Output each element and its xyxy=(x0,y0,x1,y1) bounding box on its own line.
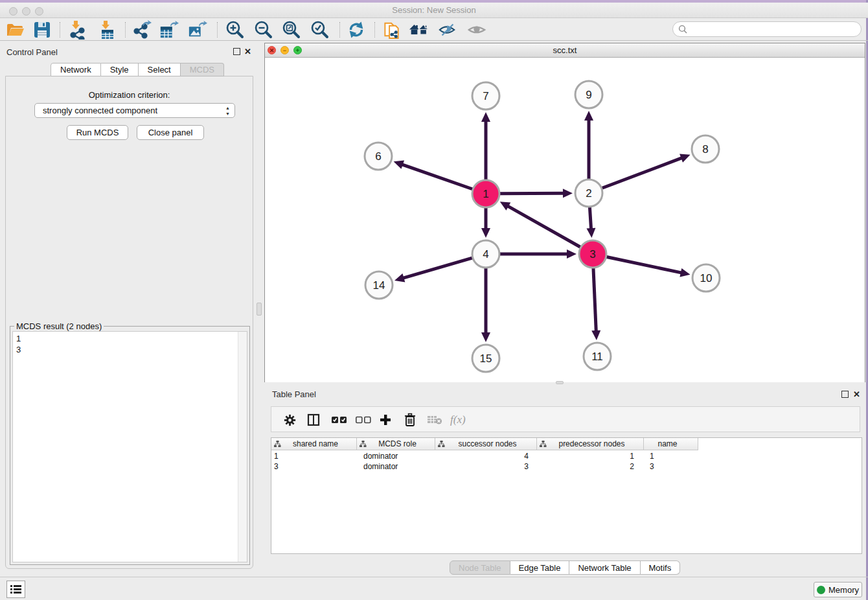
home-view-icon[interactable] xyxy=(409,20,429,40)
node-label-14: 14 xyxy=(373,279,385,292)
column-header-successor-nodes[interactable]: successor nodes xyxy=(435,438,537,450)
control-tab-select[interactable]: Select xyxy=(139,63,181,76)
column-header-predecessor-nodes[interactable]: predecessor nodes xyxy=(537,438,644,450)
vertical-splitter[interactable] xyxy=(257,303,262,316)
edge-arrow-4-14 xyxy=(394,273,405,282)
node-label-11: 11 xyxy=(591,351,603,363)
node-label-10: 10 xyxy=(700,272,713,284)
edge-2-3[interactable] xyxy=(589,207,591,229)
table-close-icon[interactable]: ✕ xyxy=(853,389,860,399)
window-title: Session: New Session xyxy=(0,3,868,18)
control-panel-body: Optimization criterion: strongly connect… xyxy=(5,76,253,569)
mcds-result-group: MCDS result (2 nodes) 13 xyxy=(10,326,250,565)
network-close-icon[interactable]: ✕ xyxy=(268,46,276,54)
edge-1-2[interactable] xyxy=(500,193,564,194)
network-zoom-icon[interactable]: + xyxy=(293,46,302,54)
edge-3-10[interactable] xyxy=(607,257,682,273)
table-tab-node-table[interactable]: Node Table xyxy=(450,560,510,575)
deselect-all-columns-icon[interactable] xyxy=(356,410,371,430)
import-network-icon[interactable] xyxy=(67,20,87,40)
network-window-titlebar[interactable]: ✕ − + scc.txt xyxy=(265,43,865,58)
mcds-result-text[interactable]: 13 xyxy=(12,331,247,562)
horizontal-splitter[interactable] xyxy=(556,381,564,384)
table-settings-icon[interactable] xyxy=(284,410,296,430)
edge-arrow-2-3 xyxy=(586,228,595,238)
show-all-icon[interactable] xyxy=(467,20,486,40)
open-file-icon[interactable] xyxy=(5,20,25,40)
clone-network-icon[interactable] xyxy=(382,20,402,40)
node-label-1: 1 xyxy=(483,188,488,200)
network-canvas[interactable]: 7968124314101511 xyxy=(265,58,865,382)
column-header-shared-name[interactable]: shared name xyxy=(271,438,357,450)
control-tab-network[interactable]: Network xyxy=(51,63,101,76)
node-label-2: 2 xyxy=(586,187,591,200)
optimization-label: Optimization criterion: xyxy=(6,90,253,100)
control-tab-mcds[interactable]: MCDS xyxy=(181,63,224,76)
control-panel-title: Control Panel xyxy=(6,47,58,57)
table-tab-motifs[interactable]: Motifs xyxy=(641,560,681,575)
zoom-out-icon[interactable] xyxy=(253,20,273,40)
table-row[interactable]: 3dominator323 xyxy=(271,461,698,472)
node-label-3: 3 xyxy=(589,248,595,260)
close-panel-button[interactable]: Close panel xyxy=(137,125,204,140)
node-label-7: 7 xyxy=(483,90,488,102)
zoom-selected-icon[interactable] xyxy=(310,20,329,40)
zoom-in-icon[interactable] xyxy=(225,20,244,40)
delete-column-icon[interactable] xyxy=(404,410,417,430)
column-header-name[interactable]: name xyxy=(644,438,698,450)
select-all-columns-icon[interactable] xyxy=(332,410,347,430)
memory-status-icon xyxy=(817,586,825,594)
table-row[interactable]: 1dominator411 xyxy=(271,451,698,461)
node-label-9: 9 xyxy=(586,89,591,101)
mcds-result-title: MCDS result (2 nodes) xyxy=(14,321,104,331)
memory-button[interactable]: Memory xyxy=(814,582,862,597)
edge-arrow-3-10 xyxy=(680,268,690,277)
table-header-row: shared nameMCDS rolesuccessor nodesprede… xyxy=(271,438,698,450)
mcds-result-scrollbar[interactable] xyxy=(238,332,247,562)
close-panel-icon[interactable]: ✕ xyxy=(244,47,251,56)
main-toolbar xyxy=(0,18,868,41)
edge-arrow-1-4 xyxy=(481,228,490,238)
table-tab-network-table[interactable]: Network Table xyxy=(569,560,640,575)
run-mcds-button[interactable]: Run MCDS xyxy=(67,125,128,140)
export-image-icon[interactable] xyxy=(188,20,207,40)
column-panel-icon[interactable] xyxy=(307,410,320,430)
control-tab-style[interactable]: Style xyxy=(101,63,139,76)
network-title: scc.txt xyxy=(265,43,865,57)
float-panel-icon[interactable] xyxy=(233,48,240,55)
network-minimize-icon[interactable]: − xyxy=(280,46,289,54)
search-input[interactable] xyxy=(672,21,862,37)
cell-MCDS-role: dominator xyxy=(357,461,435,472)
node-label-8: 8 xyxy=(702,143,708,156)
mcds-result-line: 3 xyxy=(16,344,244,355)
edge-4-14[interactable] xyxy=(402,258,472,278)
refresh-icon[interactable] xyxy=(347,20,366,40)
zoom-fit-icon[interactable] xyxy=(281,20,301,40)
task-history-button[interactable] xyxy=(6,581,25,598)
optimization-dropdown[interactable]: strongly connected component ▲▼ xyxy=(34,103,235,118)
edge-3-1[interactable] xyxy=(507,206,580,248)
cell-name: 3 xyxy=(644,461,698,472)
add-column-icon[interactable] xyxy=(379,410,392,430)
import-table-icon[interactable] xyxy=(97,20,117,40)
cell-predecessor-nodes: 1 xyxy=(537,451,644,461)
edge-2-8[interactable] xyxy=(602,157,683,188)
column-header-MCDS-role[interactable]: MCDS role xyxy=(357,438,435,450)
save-session-icon[interactable] xyxy=(32,20,52,40)
table-tab-edge-table[interactable]: Edge Table xyxy=(510,560,570,575)
hide-selected-icon[interactable] xyxy=(438,20,457,40)
titlebar[interactable]: Session: New Session xyxy=(0,3,868,18)
node-label-15: 15 xyxy=(480,352,492,365)
edge-1-6[interactable] xyxy=(402,165,472,189)
zoom-traffic-light[interactable] xyxy=(35,7,43,16)
edge-arrow-1-2 xyxy=(563,189,573,198)
table-float-icon[interactable] xyxy=(841,391,849,398)
minimize-traffic-light[interactable] xyxy=(22,7,30,16)
close-traffic-light[interactable] xyxy=(9,7,17,16)
control-panel-tabs: NetworkStyleSelectMCDS xyxy=(51,63,224,76)
export-network-icon[interactable] xyxy=(132,20,152,40)
control-panel: Control Panel ✕ Optimization criterion: … xyxy=(0,43,259,574)
export-table-icon[interactable] xyxy=(159,20,179,40)
edge-3-11[interactable] xyxy=(593,268,596,332)
cell-predecessor-nodes: 2 xyxy=(537,461,644,472)
